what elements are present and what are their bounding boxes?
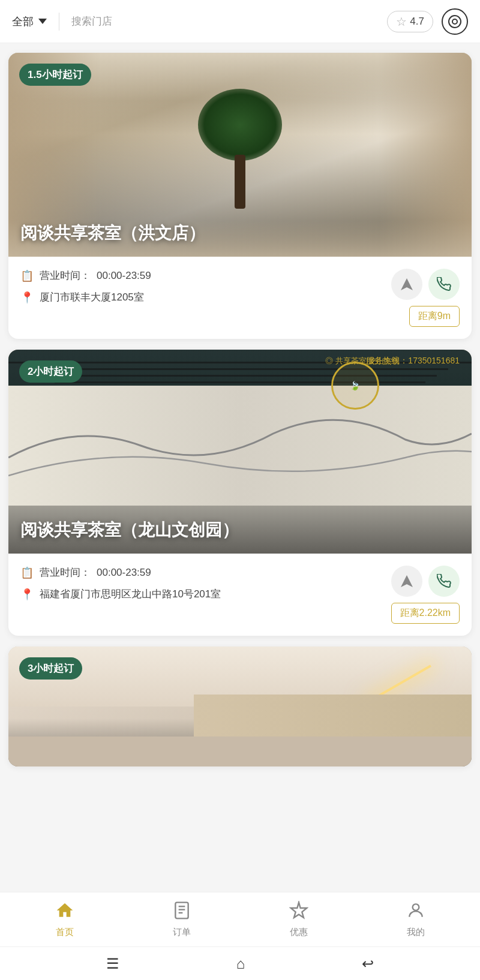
store-card-1[interactable]: 1.5小时起订 阅谈共享茶室（洪文店） 📋 营业时间： 00:00-23:59 … [8, 53, 472, 339]
navigate-button-2[interactable] [391, 566, 422, 597]
navigation-icon-2 [400, 574, 414, 588]
rating-badge[interactable]: ☆ 4.7 [387, 11, 433, 32]
offers-icon [289, 901, 308, 923]
tab-profile-label: 我的 [407, 927, 425, 938]
tab-orders[interactable]: 订单 [123, 892, 240, 946]
action-buttons-2 [391, 566, 460, 597]
home-icon [55, 901, 74, 923]
camera-button[interactable] [442, 8, 468, 35]
nav-tabs: 首页 订单 优惠 [0, 892, 480, 946]
camera-inner-icon [452, 19, 458, 25]
room3-floor [8, 736, 472, 766]
store-image-1: 1.5小时起订 阅谈共享茶室（洪文店） [8, 53, 472, 257]
store-info-2: 📋 营业时间： 00:00-23:59 📍 福建省厦门市思明区龙山中路10号20… [8, 554, 472, 636]
category-label: 全部 [12, 14, 34, 29]
header: 全部 搜索门店 ☆ 4.7 [0, 0, 480, 43]
tab-home-label: 首页 [56, 927, 74, 938]
header-divider [59, 13, 59, 31]
tab-profile[interactable]: 我的 [357, 892, 474, 946]
brand-name-text: ◎ 共享茶室|龙山文创 [325, 356, 400, 366]
address-text-1: 厦门市联丰大厦1205室 [40, 290, 144, 305]
hours-value-1: 00:00-23:59 [97, 270, 151, 282]
star-icon: ☆ [396, 14, 407, 29]
hours-label-1: 营业时间： [40, 269, 91, 282]
menu-system-icon[interactable]: ☰ [106, 955, 119, 972]
navigate-button-1[interactable] [391, 269, 422, 300]
clock-icon-1: 📋 [20, 269, 34, 282]
call-button-1[interactable] [428, 269, 460, 300]
store-details-1: 📋 营业时间： 00:00-23:59 📍 厦门市联丰大厦1205室 [20, 269, 383, 305]
orders-icon [172, 901, 191, 923]
dropdown-arrow-icon [38, 19, 47, 24]
tab-home[interactable]: 首页 [6, 892, 123, 946]
header-actions: ☆ 4.7 [387, 8, 468, 35]
svg-marker-1 [401, 575, 413, 587]
store-badge-3: 3小时起订 [19, 657, 82, 680]
address-text-2: 福建省厦门市思明区龙山中路10号201室 [40, 587, 221, 602]
action-buttons-1 [391, 269, 460, 300]
bottom-navigation: 首页 订单 优惠 [0, 892, 480, 980]
svg-marker-0 [401, 278, 413, 290]
brand-logo-circle: 🍃 [331, 362, 379, 410]
tree-decoration [198, 89, 282, 209]
store-card-3[interactable]: 3小时起订 [8, 647, 472, 766]
store-actions-2: 距离2.22km [391, 566, 460, 624]
location-icon-1: 📍 [20, 291, 34, 304]
hours-label-2: 营业时间： [40, 566, 91, 579]
camera-outer-icon [448, 15, 461, 28]
profile-icon [406, 901, 425, 923]
svg-marker-6 [290, 903, 307, 918]
search-input[interactable]: 搜索门店 [71, 14, 380, 28]
store-badge-2: 2小时起订 [19, 360, 82, 383]
tree-canopy [198, 89, 282, 161]
store-image-2: 🍃 服务热线：17350151681 ◎ 共享茶室|龙山文创 2小时起订 阅谈共… [8, 350, 472, 554]
distance-badge-1: 距离9m [409, 306, 460, 327]
clock-icon-2: 📋 [20, 566, 34, 579]
phone-icon-2 [437, 574, 451, 588]
hours-value-2: 00:00-23:59 [97, 567, 151, 579]
wall-mural [8, 386, 472, 506]
tab-offers-label: 优惠 [290, 927, 308, 938]
category-selector[interactable]: 全部 [12, 14, 47, 29]
content-area: 1.5小时起订 阅谈共享茶室（洪文店） 📋 营业时间： 00:00-23:59 … [0, 43, 480, 862]
store-name-overlay-2: 阅谈共享茶室（龙山文创园） [20, 519, 239, 542]
system-bar: ☰ ⌂ ↩ [0, 946, 480, 980]
svg-point-7 [412, 904, 419, 910]
store-name-overlay-1: 阅谈共享茶室（洪文店） [20, 222, 205, 245]
phone-icon-1 [437, 277, 451, 291]
mural-svg [8, 386, 472, 506]
tree-trunk [235, 155, 245, 209]
store-info-1: 📋 营业时间： 00:00-23:59 📍 厦门市联丰大厦1205室 [8, 257, 472, 339]
store-card-2[interactable]: 🍃 服务热线：17350151681 ◎ 共享茶室|龙山文创 2小时起订 阅谈共… [8, 350, 472, 636]
store-image-3: 3小时起订 [8, 647, 472, 766]
svg-rect-2 [175, 903, 188, 919]
back-system-icon[interactable]: ↩ [362, 955, 374, 972]
store-hours-row-2: 📋 营业时间： 00:00-23:59 [20, 566, 383, 579]
home-system-icon[interactable]: ⌂ [236, 955, 245, 972]
navigation-icon-1 [400, 277, 414, 291]
store-badge-1: 1.5小时起订 [19, 64, 91, 86]
store-actions-1: 距离9m [391, 269, 460, 327]
location-icon-2: 📍 [20, 588, 34, 601]
tab-offers[interactable]: 优惠 [240, 892, 357, 946]
room3-wall [194, 695, 472, 742]
distance-badge-2: 距离2.22km [391, 603, 460, 624]
tab-orders-label: 订单 [173, 927, 191, 938]
rating-value: 4.7 [410, 16, 424, 28]
call-button-2[interactable] [428, 566, 460, 597]
store-address-row-1: 📍 厦门市联丰大厦1205室 [20, 290, 383, 305]
store-address-row-2: 📍 福建省厦门市思明区龙山中路10号201室 [20, 587, 383, 602]
store-details-2: 📋 营业时间： 00:00-23:59 📍 福建省厦门市思明区龙山中路10号20… [20, 566, 383, 602]
store-hours-row-1: 📋 营业时间： 00:00-23:59 [20, 269, 383, 282]
